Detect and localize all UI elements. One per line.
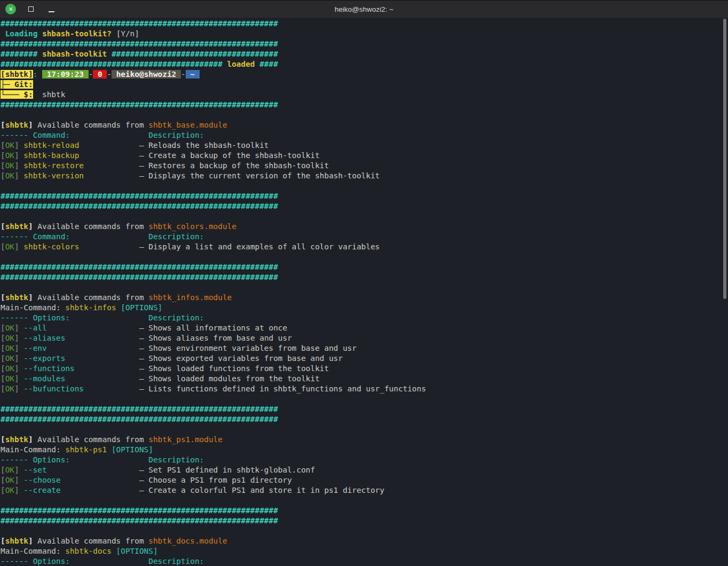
terminal-line <box>1 110 728 120</box>
terminal-line: ########################################… <box>1 100 728 110</box>
terminal[interactable]: ########################################… <box>0 18 728 566</box>
terminal-line: ########################################… <box>1 19 728 29</box>
window-controls: ✕ <box>0 4 57 14</box>
terminal-line: [OK] --modules – Shows loaded modules fr… <box>1 374 728 384</box>
terminal-line: ########################################… <box>1 59 728 69</box>
terminal-line <box>1 252 728 262</box>
terminal-line <box>1 496 728 506</box>
terminal-line: ├─ Git: <box>1 80 728 90</box>
terminal-line <box>1 394 728 404</box>
terminal-line: ------ Options: Description: <box>1 313 728 323</box>
terminal-line <box>1 211 728 222</box>
terminal-line: ------ Options: Description: <box>1 556 728 566</box>
terminal-line: ########################################… <box>1 201 728 211</box>
terminal-line: ########################################… <box>1 404 728 414</box>
terminal-line: ######## shbash-toolkit ################… <box>1 49 728 59</box>
terminal-window: ✕ heiko@shwozi2: ~ #####################… <box>0 0 728 566</box>
window-titlebar: ✕ heiko@shwozi2: ~ <box>0 0 728 18</box>
maximize-icon <box>28 6 34 12</box>
scrollbar-thumb[interactable] <box>723 19 726 299</box>
terminal-line: [OK] --all – Shows all informations at o… <box>1 323 728 333</box>
terminal-line: [OK] --set – Set PS1 defined in shbtk-gl… <box>1 465 728 475</box>
close-button[interactable]: ✕ <box>5 4 16 14</box>
terminal-line <box>1 282 728 293</box>
window-title: heiko@shwozi2: ~ <box>0 5 728 13</box>
maximize-button[interactable] <box>26 4 36 14</box>
terminal-line: [OK] --aliases – Shows aliases from base… <box>1 333 728 343</box>
terminal-line: ########################################… <box>1 414 728 424</box>
terminal-line <box>1 526 728 536</box>
terminal-line <box>1 181 728 191</box>
terminal-line: ########################################… <box>1 506 728 516</box>
terminal-line: Main-Command: shbtk-infos [OPTIONS] <box>1 303 728 313</box>
minimize-icon <box>49 11 54 12</box>
terminal-line: ########################################… <box>1 39 728 49</box>
terminal-line: [OK] --exports – Shows exported variable… <box>1 353 728 364</box>
terminal-line: [shbtk] Available commands from shbtk_in… <box>1 293 728 303</box>
terminal-line: [OK] shbtk-reload – Reloads the shbash-t… <box>1 140 728 151</box>
minimize-button[interactable] <box>46 4 57 14</box>
terminal-line: ------ Options: Description: <box>1 455 728 465</box>
terminal-line: [OK] --choose – Choose a PS1 from ps1 di… <box>1 475 728 485</box>
terminal-line <box>1 424 728 435</box>
terminal-line: ########################################… <box>1 262 728 272</box>
terminal-line: [OK] shbtk-restore – Restores a backup o… <box>1 161 728 171</box>
terminal-line: ------ Command: Description: <box>1 130 728 140</box>
terminal-line: ########################################… <box>1 191 728 201</box>
terminal-line: ------ Command: Description: <box>1 232 728 242</box>
terminal-line: [shbtk]: 17:09:23 - 0 - heiko@shwozi2 - … <box>1 69 728 80</box>
terminal-line: ########################################… <box>1 516 728 526</box>
terminal-line: [OK] --bufunctions – Lists functions def… <box>1 384 728 394</box>
terminal-line: [shbtk] Available commands from shbtk_co… <box>1 222 728 232</box>
terminal-output: ########################################… <box>1 19 728 566</box>
terminal-line: [OK] --functions – Shows loaded function… <box>1 364 728 374</box>
terminal-line: [OK] shbtk-colors – Display a list and e… <box>1 242 728 252</box>
terminal-line: [OK] --create – Create a colorful PS1 an… <box>1 485 728 496</box>
terminal-line: [shbtk] Available commands from shbtk_do… <box>1 536 728 546</box>
terminal-line: [OK] shbtk-backup – Create a backup of t… <box>1 151 728 161</box>
terminal-line: [OK] shbtk-version – Displays the curren… <box>1 171 728 181</box>
terminal-line: [OK] --env – Shows environment variables… <box>1 343 728 353</box>
terminal-line: [shbtk] Available commands from shbtk_ps… <box>1 435 728 445</box>
terminal-line: Main-Command: shbtk-docs [OPTIONS] <box>1 546 728 556</box>
terminal-line: [shbtk] Available commands from shbtk_ba… <box>1 120 728 130</box>
terminal-line: Main-Command: shbtk-ps1 [OPTIONS] <box>1 445 728 455</box>
scrollbar-track[interactable] <box>722 18 728 566</box>
terminal-line: └─── $: shbtk <box>1 90 728 100</box>
close-icon: ✕ <box>8 6 13 12</box>
terminal-line: Loading shbash-toolkit? [Y/n] <box>1 29 728 39</box>
terminal-line: ########################################… <box>1 272 728 282</box>
